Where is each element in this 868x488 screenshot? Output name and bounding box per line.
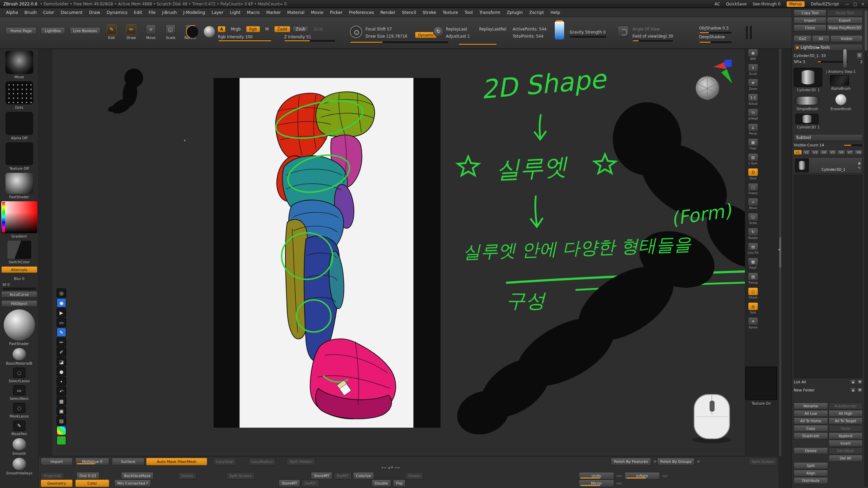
spix-row[interactable]: SPix 3 2 (794, 60, 863, 64)
visibility-tab[interactable]: V6 (837, 150, 845, 155)
simplebrush-thumb[interactable] (795, 96, 819, 105)
bottom-button[interactable]: Colorize (353, 472, 374, 480)
paint-mode-chip[interactable]: Mrgb (228, 26, 244, 32)
divider-handle[interactable] (779, 237, 781, 268)
titlebar-item[interactable]: See-through 0 (753, 2, 781, 6)
visible-count-track[interactable] (844, 144, 863, 146)
alphabrush-thumb[interactable] (830, 75, 849, 85)
r-button[interactable]: R (856, 52, 863, 59)
left-shelf-item[interactable]: Rf 0 (0, 282, 38, 290)
bottom-button[interactable]: ProjectAll (41, 472, 64, 480)
deep-shadow-slider[interactable]: DeepShadow (699, 35, 725, 39)
titlebar-item[interactable]: DefaultZScript (811, 2, 839, 6)
right-shelf-button[interactable]: ▢ Frame (748, 183, 758, 195)
replay-last-rel-button[interactable]: ReplayLastRel (479, 27, 507, 32)
left-shelf-item[interactable]: ◌ SelectLasso (0, 368, 38, 383)
right-shelf-button[interactable]: ∠ Persp (748, 123, 758, 135)
subtool-action-button[interactable]: Del Other (829, 447, 863, 454)
paint-mode-chip[interactable]: M (262, 26, 272, 32)
field-of-view-slider[interactable]: Field of view(deg) 30 (632, 34, 673, 39)
left-shelf-item[interactable]: Smooth (0, 438, 38, 455)
right-shelf-button[interactable]: ▤ Line Fill (748, 243, 758, 255)
draw-size-slider[interactable]: Draw Size 119.78716 (366, 34, 407, 39)
left-shelf-item[interactable]: Alternate (0, 266, 38, 273)
window-control-button[interactable]: × (861, 2, 865, 6)
menu-item[interactable]: Document (57, 10, 86, 15)
tray-scrollbar[interactable] (864, 9, 868, 487)
subtool-list-area[interactable] (794, 175, 863, 378)
left-shelf-item[interactable]: BasicMaterialB (0, 348, 38, 365)
menu-item[interactable]: Color (40, 10, 58, 15)
obj-shadow-track[interactable] (699, 32, 732, 34)
bottom-button[interactable]: DelMT (334, 472, 352, 480)
left-shelf-item[interactable]: SmoothValleys (0, 458, 38, 475)
subtool-action-button[interactable]: All Low (794, 410, 828, 417)
bottom-button[interactable]: Unify (579, 472, 614, 480)
z-intensity-slider[interactable]: Z Intensity 51 (284, 35, 311, 39)
pen-tool-icon[interactable] (57, 436, 66, 445)
visible-count-row[interactable]: Visible Count 14 (794, 143, 863, 147)
subtool-action-button[interactable]: Delete (794, 447, 828, 454)
titlebar-item[interactable]: QuickSave (726, 2, 747, 6)
left-shelf-item[interactable]: Texture Off (0, 142, 38, 170)
bottom-button[interactable]: • (653, 460, 657, 464)
list-all-row[interactable]: List All ▲ ▼ (794, 380, 863, 384)
visibility-tab[interactable]: V4 (820, 150, 828, 155)
paint-mode-chip[interactable]: Zcut (311, 26, 326, 32)
subtool-action-button[interactable]: Copy (794, 425, 828, 432)
menu-item[interactable]: Light (226, 10, 243, 15)
replay-last-button[interactable]: ReplayLast (446, 27, 467, 32)
menu-item[interactable]: Tool (461, 10, 476, 15)
left-shelf-item[interactable]: Dots (0, 81, 38, 109)
menu-item[interactable]: Layer (208, 10, 226, 15)
right-shelf-button[interactable]: ↻ Rotate (748, 228, 758, 240)
tool-button[interactable]: Clone (794, 24, 826, 31)
menu-item[interactable]: Material (284, 10, 308, 15)
menu-item[interactable]: Stroke (419, 10, 439, 15)
menu-item[interactable]: Preferences (346, 10, 377, 15)
z-intensity-track[interactable] (284, 40, 335, 42)
bottom-button[interactable]: Inflate (625, 472, 660, 480)
rgb-intensity-track[interactable] (218, 40, 272, 42)
bottom-button[interactable]: Polish By Features (611, 458, 651, 465)
paint-mode-chip[interactable]: Zadd (274, 26, 291, 32)
tool-button[interactable]: Paste Tool (827, 9, 863, 16)
focal-shift-slider[interactable]: Focal Shift 57 (366, 27, 392, 32)
gravity-strength-slider[interactable]: Gravity Strength 0 (570, 30, 606, 35)
shelf-mini-slider[interactable] (746, 26, 748, 39)
visibility-tab[interactable]: V1 (794, 150, 802, 155)
menu-item[interactable]: J-Brush (159, 10, 180, 15)
folder-up-button[interactable]: ▲ (850, 388, 856, 392)
paint-mode-chip[interactable]: A (218, 26, 225, 32)
left-shelf-item[interactable]: FillObject (0, 300, 38, 307)
bottom-button[interactable]: Delete (178, 472, 196, 480)
bottom-button[interactable]: xyz (661, 472, 669, 480)
mode-button[interactable]: ✎ Edit (104, 24, 119, 40)
right-shelf-button[interactable]: ▥ L.Sym (748, 153, 758, 165)
menu-item[interactable]: Dynamics (103, 10, 131, 15)
subtool-action-button[interactable]: Align (794, 470, 828, 476)
visibility-tab[interactable]: V3 (811, 150, 819, 155)
bottom-button[interactable]: StoreMT (311, 472, 332, 480)
pen-tool-icon[interactable]: ▤ (57, 416, 66, 425)
pen-tool-icon[interactable]: ↶ (57, 387, 66, 396)
bottom-button[interactable]: Split Hidden (287, 458, 315, 465)
bottom-button[interactable]: DelMT (301, 480, 319, 487)
menu-item[interactable]: Movie (308, 10, 327, 15)
paint-icon[interactable]: ✎ (858, 166, 861, 170)
bottom-button[interactable]: BackfaceMask (121, 472, 154, 480)
scroll-up-button[interactable]: ▲ (850, 380, 856, 384)
material-preview-icon[interactable] (204, 26, 215, 37)
deep-shadow-track[interactable] (699, 41, 732, 43)
mode-button[interactable]: ✏ Draw (123, 24, 139, 40)
subtool-action-button[interactable]: All High (829, 410, 863, 417)
bottom-button[interactable]: Import (41, 458, 73, 465)
window-control-button[interactable]: □ (853, 2, 857, 6)
right-shelf-button[interactable]: ⇕ Scroll (748, 64, 758, 76)
bottom-button[interactable]: xyz (615, 472, 623, 480)
subtool-action-button[interactable]: Split (794, 462, 828, 469)
bottom-button[interactable]: Split Screen (226, 472, 255, 480)
pen-tool-icon[interactable]: ▭ (57, 318, 66, 327)
visibility-tab[interactable]: V5 (829, 150, 837, 155)
subtool-action-button[interactable]: Insert (829, 440, 863, 447)
